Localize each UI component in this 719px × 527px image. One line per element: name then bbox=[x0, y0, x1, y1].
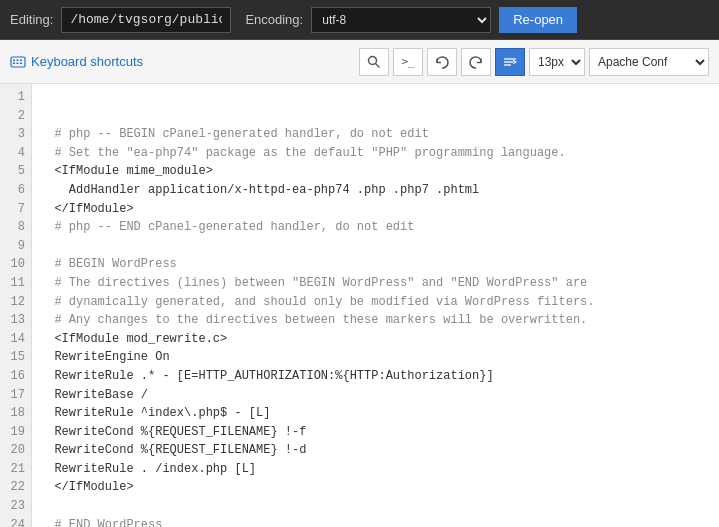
terminal-button[interactable]: >_ bbox=[393, 48, 423, 76]
svg-rect-0 bbox=[11, 57, 25, 67]
svg-rect-2 bbox=[17, 59, 19, 61]
file-path-input[interactable] bbox=[61, 7, 231, 33]
encoding-select[interactable]: utf-8 bbox=[311, 7, 491, 33]
encoding-label: Encoding: bbox=[245, 12, 303, 27]
font-size-select[interactable]: 13px 11px 12px 14px 16px bbox=[529, 48, 585, 76]
undo-button[interactable] bbox=[427, 48, 457, 76]
language-select[interactable]: Apache Conf Plain Text HTML CSS JavaScri… bbox=[589, 48, 709, 76]
svg-line-8 bbox=[376, 63, 380, 67]
svg-point-7 bbox=[369, 56, 377, 64]
redo-icon bbox=[469, 55, 483, 69]
editor-area: 1234567891011121314151617181920212223242… bbox=[0, 84, 719, 527]
terminal-icon: >_ bbox=[401, 55, 414, 68]
search-icon bbox=[367, 55, 381, 69]
editing-label: Editing: bbox=[10, 12, 53, 27]
toolbar: Keyboard shortcuts >_ 13px 11px 12p bbox=[0, 40, 719, 84]
svg-rect-5 bbox=[17, 62, 19, 64]
svg-rect-4 bbox=[13, 62, 15, 64]
wrap-button[interactable] bbox=[495, 48, 525, 76]
keyboard-shortcuts-label: Keyboard shortcuts bbox=[31, 54, 143, 69]
undo-icon bbox=[435, 55, 449, 69]
keyboard-shortcuts-link[interactable]: Keyboard shortcuts bbox=[10, 54, 143, 70]
svg-rect-1 bbox=[13, 59, 15, 61]
wrap-icon bbox=[503, 55, 517, 69]
reopen-button[interactable]: Re-open bbox=[499, 7, 577, 33]
top-bar: Editing: Encoding: utf-8 Re-open bbox=[0, 0, 719, 40]
search-button[interactable] bbox=[359, 48, 389, 76]
svg-rect-6 bbox=[20, 62, 22, 64]
line-numbers: 1234567891011121314151617181920212223242… bbox=[0, 84, 32, 527]
redo-button[interactable] bbox=[461, 48, 491, 76]
svg-rect-3 bbox=[20, 59, 22, 61]
code-content[interactable]: # php -- BEGIN cPanel-generated handler,… bbox=[32, 84, 719, 527]
keyboard-icon bbox=[10, 54, 26, 70]
